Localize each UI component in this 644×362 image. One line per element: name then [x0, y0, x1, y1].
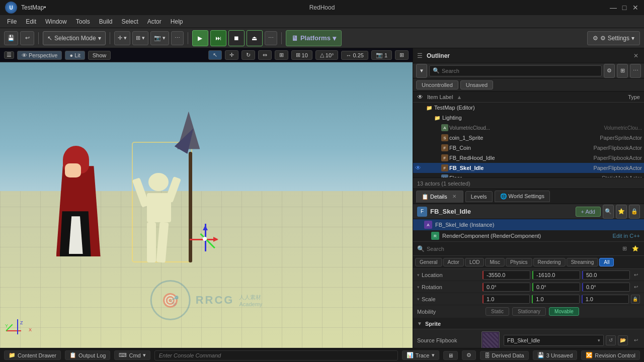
rotate-tool-button[interactable]: ↻: [242, 50, 255, 60]
outliner-more-button[interactable]: ⋯: [630, 64, 641, 78]
output-log-button[interactable]: 📋 Output Log: [65, 350, 110, 360]
derived-data-button[interactable]: 🗄 Derived Data: [480, 351, 529, 360]
revision-control-button[interactable]: 🔀 Revision Control: [581, 350, 640, 360]
flipbook-selector[interactable]: FB_Skel_Idle ▾: [504, 335, 604, 346]
launch-options-button[interactable]: ⋯: [265, 31, 277, 45]
rotation-x-field[interactable]: 0.0°: [482, 283, 530, 292]
filter-general-tab[interactable]: General: [415, 258, 442, 266]
mobility-stationary-button[interactable]: Stationary: [512, 307, 546, 316]
component-render[interactable]: R RenderComponent (RenderComponent) Edit…: [413, 230, 644, 241]
trace-button[interactable]: 📊 Trace ▾: [402, 350, 439, 360]
stop-button[interactable]: ⏹: [228, 30, 245, 46]
tree-item-floor[interactable]: M Floor StaticMeshActor: [413, 173, 644, 177]
tree-item-lighting[interactable]: 📁 Lighting: [413, 113, 644, 123]
menu-edit[interactable]: Edit: [22, 17, 40, 26]
tree-item-testmap[interactable]: 📁 TestMap (Editor): [413, 103, 644, 113]
maximize-button[interactable]: □: [621, 4, 628, 11]
flipbook-refresh-button[interactable]: ↺: [606, 335, 616, 345]
menu-build[interactable]: Build: [95, 17, 117, 26]
rotation-z-field[interactable]: 0.0°: [582, 283, 630, 292]
tree-item-fb-redhood[interactable]: F FB_RedHood_Idle PaperFlipbookActor: [413, 153, 644, 163]
tab-levels[interactable]: Levels: [465, 191, 493, 202]
filter-streaming-tab[interactable]: Streaming: [567, 258, 599, 266]
screen-icon-1[interactable]: 🖥: [443, 351, 458, 360]
filter-lod-tab[interactable]: LOD: [465, 258, 485, 266]
filter-unsaved-button[interactable]: Unsaved: [460, 80, 493, 89]
angle-snap-button[interactable]: △ 10°: [315, 50, 339, 60]
edit-cpp-button[interactable]: Edit in C++: [613, 233, 640, 239]
cmd-button[interactable]: ⌨ Cmd ▾: [114, 350, 150, 360]
scale-x-field[interactable]: 1.0: [482, 295, 530, 304]
snap-button[interactable]: ⊞ ▾: [132, 31, 148, 45]
world-grid-button[interactable]: ⊞: [275, 50, 288, 60]
filter-rendering-tab[interactable]: Rendering: [533, 258, 566, 266]
lit-button[interactable]: ● Lit: [65, 51, 85, 60]
outliner-search-box[interactable]: 🔍: [429, 65, 602, 76]
menu-window[interactable]: Window: [41, 17, 71, 26]
tree-item-coin-sprite[interactable]: S coin_1_Sprite PaperSpriteActor: [413, 133, 644, 143]
unsaved-count-badge[interactable]: 💾 3 Unsaved: [533, 350, 578, 360]
prop-grid-view-button[interactable]: ⊞: [620, 242, 629, 256]
skip-forward-button[interactable]: ⏭: [210, 30, 226, 46]
play-button[interactable]: ▶: [192, 30, 208, 46]
tree-item-fb-coin[interactable]: F FB_Coin PaperFlipbookActor: [413, 143, 644, 153]
scale-z-field[interactable]: 1.0: [582, 295, 629, 304]
location-x-field[interactable]: -3550.0: [482, 270, 530, 280]
tree-item-fb-skel-idle[interactable]: 👁 F FB_Skel_Idle PaperFlipbookActor: [413, 163, 644, 173]
details-tab-close-button[interactable]: ✕: [451, 193, 458, 200]
location-reset-button[interactable]: ↩: [632, 271, 640, 279]
outliner-search-input[interactable]: [442, 68, 598, 74]
camera-button[interactable]: 📷 ▾: [150, 31, 169, 45]
mobility-static-button[interactable]: Static: [486, 307, 509, 316]
select-tool-button[interactable]: ↖: [208, 50, 222, 60]
source-control-button[interactable]: ↩: [20, 31, 34, 45]
perspective-button[interactable]: 👁 Perspective: [17, 51, 62, 60]
outliner-filter-button[interactable]: ▼: [416, 64, 427, 78]
scale-lock-button[interactable]: 🔒: [631, 295, 640, 304]
location-z-field[interactable]: 50.0: [582, 270, 630, 280]
close-button[interactable]: ✕: [632, 4, 639, 11]
visibility-toggle-button[interactable]: 👁: [415, 164, 425, 171]
console-command-input[interactable]: [154, 350, 398, 360]
save-button[interactable]: 💾: [4, 31, 18, 45]
outliner-settings-button[interactable]: ⚙: [604, 64, 615, 78]
filter-misc-tab[interactable]: Misc: [485, 258, 505, 266]
sprite-section-header[interactable]: ▼ Sprite: [413, 318, 644, 329]
menu-tools[interactable]: Tools: [72, 17, 94, 26]
component-instance[interactable]: A FB_Skel_Idle (Instance): [413, 219, 644, 230]
location-y-field[interactable]: -1610.0: [532, 270, 580, 280]
bookmark-button[interactable]: ⭐: [616, 205, 627, 219]
more-options-button[interactable]: ⋯: [171, 31, 184, 45]
camera-speed-button[interactable]: 📷 1: [371, 50, 392, 60]
outliner-columns-button[interactable]: ⊞: [617, 64, 628, 78]
menu-select[interactable]: Select: [117, 17, 142, 26]
maximize-viewport-button[interactable]: ⊞: [395, 50, 409, 60]
add-component-button[interactable]: + Add: [576, 207, 601, 217]
tab-world-settings[interactable]: 🌐 World Settings: [495, 191, 550, 202]
mobility-movable-button[interactable]: Movable: [549, 307, 579, 316]
scale-tool-button[interactable]: ⇔: [258, 50, 272, 60]
transform-button[interactable]: ✛ ▾: [114, 31, 130, 45]
grid-snap-button[interactable]: ⊞ 10: [291, 50, 312, 60]
screen-icon-2[interactable]: ⚙: [462, 350, 476, 360]
flipbook-reset-button[interactable]: ↩: [632, 336, 640, 344]
translate-tool-button[interactable]: ✛: [225, 50, 238, 60]
platforms-button[interactable]: 🖥 Platforms ▾: [286, 30, 342, 46]
tab-details[interactable]: 📋 Details ✕: [416, 191, 463, 203]
prop-bookmark-button[interactable]: ⭐: [631, 242, 640, 256]
eject-button[interactable]: ⏏: [247, 30, 263, 46]
menu-file[interactable]: File: [3, 17, 21, 26]
filter-uncontrolled-button[interactable]: Uncontrolled: [416, 80, 458, 89]
flipbook-browse-button[interactable]: 📂: [618, 335, 628, 345]
settings-button[interactable]: ⚙ ⚙ Settings ▾: [587, 31, 640, 45]
selection-mode-button[interactable]: ↖ Selection Mode ▾: [43, 31, 106, 45]
scale-snap-button[interactable]: ↔ 0.25: [341, 51, 368, 60]
properties-search-input[interactable]: [427, 246, 618, 252]
tree-item-volumetriccloud[interactable]: A VolumetricCloud... VolumetricClou...: [413, 123, 644, 133]
content-drawer-button[interactable]: 📁 Content Drawer: [4, 350, 61, 360]
rotation-y-field[interactable]: 0.0°: [532, 283, 580, 292]
viewport-options-button[interactable]: ☰: [4, 51, 14, 59]
minimize-button[interactable]: —: [610, 4, 617, 11]
search-actors-button[interactable]: 🔍: [603, 205, 614, 219]
rotation-reset-button[interactable]: ↩: [632, 283, 640, 291]
